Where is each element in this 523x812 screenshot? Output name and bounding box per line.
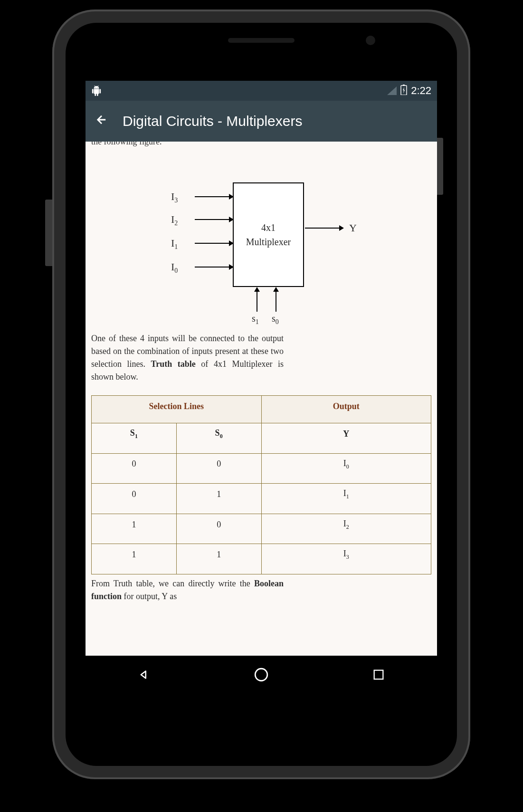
battery-charging-icon bbox=[400, 85, 407, 97]
status-bar: 2:22 bbox=[86, 81, 437, 101]
power-button bbox=[436, 138, 443, 195]
svg-rect-3 bbox=[374, 670, 383, 679]
arrow-y bbox=[305, 228, 343, 229]
arrow-s1 bbox=[257, 288, 257, 312]
arrow-s0 bbox=[276, 288, 276, 312]
arrow-i0 bbox=[195, 267, 233, 267]
select-s0-label: s0 bbox=[272, 313, 279, 326]
table-subheader-row: S1 S0 Y bbox=[92, 423, 431, 454]
cell-y: I1 bbox=[261, 484, 431, 514]
phone-camera bbox=[366, 36, 375, 45]
page-title: Digital Circuits - Multiplexers bbox=[123, 113, 302, 129]
content-area[interactable]: the following figure. 4x1 Multiplexer I3… bbox=[86, 142, 437, 656]
paragraph-post: From Truth table, we can directly write … bbox=[91, 577, 284, 603]
truth-table: Selection Lines Output S1 S0 Y 0 0 I0 0 … bbox=[91, 395, 431, 574]
nav-recent-button[interactable] bbox=[369, 665, 388, 684]
back-button[interactable] bbox=[95, 113, 108, 130]
cell-s0: 1 bbox=[176, 484, 261, 514]
android-icon bbox=[91, 86, 102, 96]
th-output: Output bbox=[261, 396, 431, 423]
svg-point-2 bbox=[255, 669, 267, 681]
nav-back-button[interactable] bbox=[134, 665, 153, 684]
arrow-i2 bbox=[195, 219, 233, 220]
arrow-i1 bbox=[195, 243, 233, 244]
cell-y: I3 bbox=[261, 544, 431, 574]
multiplexer-diagram: 4x1 Multiplexer I3 I2 I1 I0 Y s1 s0 bbox=[157, 166, 366, 323]
cell-y: I2 bbox=[261, 514, 431, 544]
volume-button bbox=[45, 200, 52, 266]
p2-post: for output, Y as bbox=[122, 592, 177, 601]
cell-s1: 0 bbox=[92, 453, 177, 484]
mux-box: 4x1 Multiplexer bbox=[233, 182, 304, 287]
table-row: 1 0 I2 bbox=[92, 514, 431, 544]
cell-s1: 1 bbox=[92, 514, 177, 544]
screen: 2:22 Digital Circuits - Multiplexers the… bbox=[86, 81, 437, 656]
col-y: Y bbox=[261, 423, 431, 454]
select-s1-label: s1 bbox=[252, 313, 259, 326]
mux-box-line1: 4x1 bbox=[261, 220, 276, 235]
mux-box-line2: Multiplexer bbox=[246, 235, 291, 249]
cell-y: I0 bbox=[261, 453, 431, 484]
col-s0: S0 bbox=[176, 423, 261, 454]
navigation-bar bbox=[86, 656, 437, 694]
p2-pre: From Truth table, we can directly write … bbox=[91, 579, 254, 588]
status-time: 2:22 bbox=[411, 85, 431, 97]
truncated-text: the following figure. bbox=[91, 142, 431, 147]
cell-s0: 1 bbox=[176, 544, 261, 574]
app-bar: Digital Circuits - Multiplexers bbox=[86, 101, 437, 142]
p1-bold: Truth table bbox=[151, 359, 196, 369]
input-i3-label: I3 bbox=[171, 191, 178, 204]
cell-s1: 1 bbox=[92, 544, 177, 574]
input-i2-label: I2 bbox=[171, 213, 178, 227]
table-row: 1 1 I3 bbox=[92, 544, 431, 574]
table-row: 0 1 I1 bbox=[92, 484, 431, 514]
arrow-i3 bbox=[195, 196, 233, 197]
svg-rect-1 bbox=[403, 85, 405, 86]
th-selection: Selection Lines bbox=[92, 396, 262, 423]
col-s1: S1 bbox=[92, 423, 177, 454]
signal-icon bbox=[387, 86, 397, 95]
output-y-label: Y bbox=[349, 222, 357, 234]
phone-speaker bbox=[228, 38, 295, 43]
input-i1-label: I1 bbox=[171, 237, 178, 251]
cell-s1: 0 bbox=[92, 484, 177, 514]
input-i0-label: I0 bbox=[171, 261, 178, 275]
table-row: 0 0 I0 bbox=[92, 453, 431, 484]
cell-s0: 0 bbox=[176, 514, 261, 544]
nav-home-button[interactable] bbox=[252, 665, 271, 684]
paragraph-intro: One of these 4 inputs will be connected … bbox=[91, 332, 284, 383]
cell-s0: 0 bbox=[176, 453, 261, 484]
